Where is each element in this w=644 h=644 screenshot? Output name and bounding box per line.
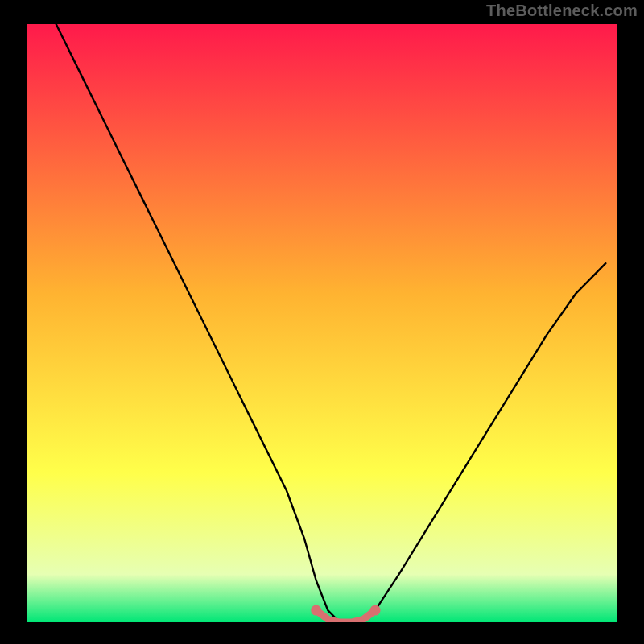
watermark-text: TheBottleneck.com <box>486 2 638 20</box>
valley-end-dot <box>311 605 321 616</box>
valley-end-dot <box>370 605 381 616</box>
chart-frame: TheBottleneck.com <box>0 0 644 644</box>
gradient-background <box>27 24 617 622</box>
bottleneck-chart <box>0 0 644 644</box>
plot-area <box>27 24 617 622</box>
